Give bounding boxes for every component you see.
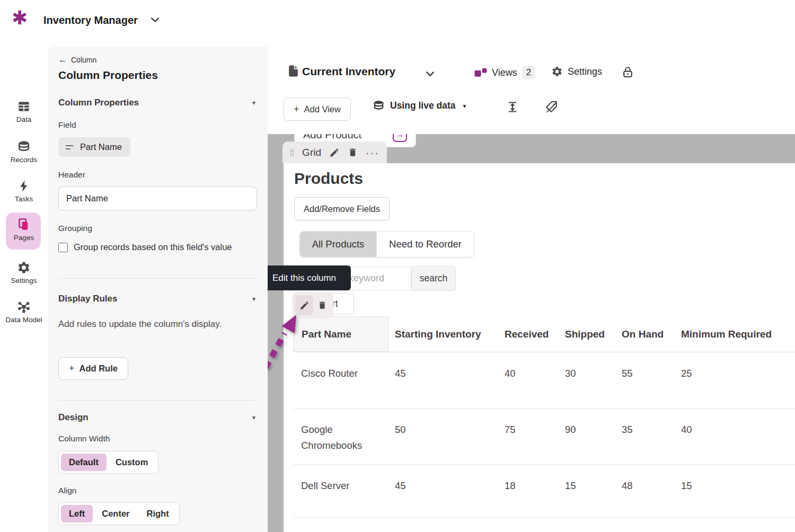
back-to-column-link[interactable]: ← Column xyxy=(58,55,96,64)
align-segmented-control: Left Center Right xyxy=(58,502,180,525)
section-column-properties[interactable]: Column Properties ▾ xyxy=(58,97,255,108)
value-cell: 18 xyxy=(498,465,559,517)
chevron-down-icon[interactable]: ▾ xyxy=(252,295,255,303)
sidebar-item-label: Data xyxy=(0,116,48,123)
page-title: Current Inventory xyxy=(302,65,395,78)
sidebar-item-tasks[interactable]: Tasks xyxy=(0,179,48,203)
drag-handle-icon[interactable] xyxy=(290,147,294,158)
tag-slash-icon[interactable] xyxy=(545,101,558,114)
gear-icon xyxy=(17,261,31,274)
chevron-down-icon[interactable] xyxy=(151,17,160,23)
field-chip-label: Part Name xyxy=(80,142,122,152)
value-cell: 50 xyxy=(388,409,498,464)
value-cell: 15 xyxy=(559,465,615,517)
value-cell: 35 xyxy=(615,409,675,464)
column-header[interactable]: Part Name xyxy=(293,316,388,352)
grid-view-label: Grid xyxy=(302,147,321,158)
panel-title: Column Properties xyxy=(58,69,158,82)
align-option-left[interactable]: Left xyxy=(61,505,93,522)
add-rule-button[interactable]: + Add Rule xyxy=(58,357,128,380)
live-data-label: Using live data xyxy=(390,100,456,111)
views-count-badge: 2 xyxy=(522,66,535,79)
table-row: Google Chromebooks5075903540 xyxy=(293,409,795,465)
page-header-row: Current Inventory Views 2 Settings xyxy=(268,47,795,89)
column-width-option-custom[interactable]: Custom xyxy=(108,454,156,471)
field-chip[interactable]: Part Name xyxy=(58,137,130,157)
chevron-down-icon[interactable]: ▾ xyxy=(252,99,255,107)
divider xyxy=(58,278,255,279)
sidebar-item-label: Tasks xyxy=(0,195,48,203)
value-cell: 15 xyxy=(675,465,795,517)
align-option-center[interactable]: Center xyxy=(94,505,137,522)
app-logo-icon[interactable]: ✱ xyxy=(12,8,28,28)
arrow-right-icon: → xyxy=(393,134,407,142)
field-label: Field xyxy=(58,120,76,130)
grid-view-toolbar: Grid ··· xyxy=(282,141,387,163)
page-preview: Add Product → Grid ··· Products Add/Remo… xyxy=(268,134,795,532)
section-display-rules[interactable]: Display Rules ▾ xyxy=(58,294,255,304)
tab-need-to-reorder[interactable]: Need to Reorder xyxy=(376,232,474,257)
edit-view-button[interactable] xyxy=(329,147,340,158)
tab-all-products[interactable]: All Products xyxy=(300,232,376,257)
settings-button[interactable]: Settings xyxy=(551,66,602,77)
more-options-button[interactable]: ··· xyxy=(366,150,379,155)
section-title: Design xyxy=(58,412,89,423)
lock-icon[interactable] xyxy=(621,66,634,79)
column-header[interactable]: Received xyxy=(498,316,559,352)
value-cell: 90 xyxy=(559,409,615,464)
column-edit-overlay xyxy=(292,292,333,318)
sidebar-item-label: Data Model xyxy=(0,316,48,324)
sidebar-item-records[interactable]: Records xyxy=(0,140,48,164)
views-icon xyxy=(474,68,487,77)
sidebar-item-label: Pages xyxy=(0,234,48,242)
views-button[interactable]: Views 2 xyxy=(474,66,535,79)
column-width-option-default[interactable]: Default xyxy=(61,454,107,471)
top-bar: ✱ Inventory Manager xyxy=(0,0,795,47)
keyword-search-input[interactable] xyxy=(342,267,411,290)
grouping-checkbox-label: Group records based on this field's valu… xyxy=(74,242,232,252)
sidebar-item-data-model[interactable]: Data Model xyxy=(0,300,48,324)
section-design[interactable]: Design ▾ xyxy=(58,412,255,423)
products-heading: Products xyxy=(294,170,363,188)
section-title: Column Properties xyxy=(58,97,139,108)
table-header-row: Part NameStarting InventoryReceivedShipp… xyxy=(293,316,795,352)
sidebar-item-data[interactable]: Data xyxy=(0,100,48,123)
part-name-cell: Cisco Router xyxy=(293,352,388,408)
edit-column-button[interactable] xyxy=(295,295,313,315)
data-model-icon xyxy=(17,300,31,314)
part-name-cell: Dell Server xyxy=(293,465,388,517)
value-cell: 75 xyxy=(498,409,559,464)
column-width-label: Column Width xyxy=(58,434,110,444)
column-header[interactable]: Starting Inventory xyxy=(388,316,498,352)
add-view-button[interactable]: + Add View xyxy=(284,97,351,121)
column-header[interactable]: Minimum Required xyxy=(675,316,795,352)
header-label: Header xyxy=(58,170,85,180)
value-cell: 48 xyxy=(615,465,675,517)
sidebar-item-settings[interactable]: Settings xyxy=(0,261,48,285)
add-rule-label: Add Rule xyxy=(80,363,118,374)
align-option-right[interactable]: Right xyxy=(139,505,177,522)
sidebar-item-pages[interactable]: Pages xyxy=(0,217,48,242)
sidebar-item-label: Settings xyxy=(0,277,48,285)
products-view-panel: Products Add/Remove Fields All Products … xyxy=(284,163,795,532)
grouping-checkbox[interactable] xyxy=(58,243,68,252)
add-remove-fields-button[interactable]: Add/Remove Fields xyxy=(294,197,390,220)
delete-column-button[interactable] xyxy=(317,300,327,310)
column-header[interactable]: On Hand xyxy=(615,316,675,352)
chevron-down-icon[interactable] xyxy=(426,71,435,77)
row-height-icon[interactable] xyxy=(506,101,519,113)
gear-icon xyxy=(551,66,563,77)
chevron-down-icon[interactable]: ▾ xyxy=(252,414,255,421)
pages-icon xyxy=(17,217,31,232)
database-icon xyxy=(17,140,31,154)
search-button[interactable]: search xyxy=(411,266,456,291)
live-data-dropdown[interactable]: Using live data ▾ xyxy=(373,100,466,112)
delete-view-button[interactable] xyxy=(348,147,358,157)
products-tabs: All Products Need to Reorder xyxy=(299,231,474,258)
app-window: ✱ Inventory Manager Data Records Tasks P… xyxy=(0,0,795,532)
column-properties-panel: ← Column Column Properties Column Proper… xyxy=(48,47,268,532)
plus-icon: + xyxy=(294,104,299,115)
header-input[interactable] xyxy=(58,187,257,210)
column-header[interactable]: Shipped xyxy=(559,316,615,352)
nav-rail: Data Records Tasks Pages Settings Data M… xyxy=(0,47,48,532)
